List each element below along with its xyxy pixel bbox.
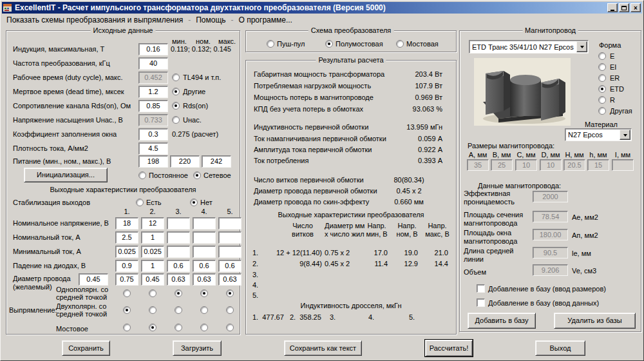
shape-etd-radio[interactable] bbox=[598, 85, 606, 93]
half-bridge-radio[interactable] bbox=[325, 40, 333, 48]
nom-voltage-input-2[interactable]: 12 bbox=[141, 217, 164, 229]
save-button[interactable]: Сохранить bbox=[62, 340, 110, 356]
tl494-radio-label[interactable]: TL494 и т.п. bbox=[183, 73, 221, 82]
rds-radio-label[interactable]: Rds(on) bbox=[183, 102, 208, 110]
rect-bipolar-radio-3[interactable] bbox=[175, 306, 182, 314]
bridge-radio-label[interactable]: Мостовая bbox=[406, 40, 439, 48]
supply-max-input[interactable]: 242 bbox=[202, 155, 231, 168]
rect-bipolar-radio-5[interactable] bbox=[226, 306, 234, 314]
rect-unipolar-radio-2[interactable] bbox=[149, 289, 156, 297]
min-current-input-2[interactable]: 0.025 bbox=[141, 246, 164, 258]
shape-ei-radio[interactable] bbox=[598, 63, 606, 71]
rect-unipolar-radio-4[interactable] bbox=[200, 289, 208, 297]
current-density-input[interactable]: 4.5 bbox=[138, 142, 168, 155]
init-button[interactable]: Инициализация... bbox=[24, 168, 108, 182]
nom-voltage-input-5[interactable] bbox=[218, 217, 242, 229]
minimize-button[interactable] bbox=[607, 3, 618, 12]
add-data-checkbox-label[interactable]: Добавление в базу (ввод данных) bbox=[488, 299, 599, 307]
material-select-dropdown-button[interactable] bbox=[620, 130, 630, 140]
deadtime-input[interactable]: 1.2 bbox=[138, 86, 168, 98]
nom-current-input-5[interactable] bbox=[218, 231, 242, 244]
rect-unipolar-radio-5[interactable] bbox=[226, 289, 234, 297]
fill-factor-input[interactable]: 0.3 bbox=[138, 128, 168, 141]
half-bridge-radio-label[interactable]: Полумостовая bbox=[336, 40, 383, 48]
frequency-input[interactable]: 40 bbox=[138, 57, 168, 70]
stab-yes-radio[interactable] bbox=[136, 199, 144, 206]
nom-current-input-4[interactable] bbox=[193, 231, 216, 244]
stab-no-radio[interactable] bbox=[190, 199, 198, 206]
rect-bipolar-radio-1[interactable] bbox=[123, 306, 131, 314]
wire-diameter-input-1[interactable]: 0.75 bbox=[115, 273, 138, 286]
nom-voltage-input-3[interactable] bbox=[167, 217, 190, 229]
diode-drop-input-1[interactable]: 0.9 bbox=[115, 260, 138, 272]
stab-yes-radio-label[interactable]: Есть bbox=[146, 199, 161, 207]
wire-diameter-input[interactable]: 0.45 bbox=[79, 273, 108, 286]
calculate-button[interactable]: Рассчитать! bbox=[425, 340, 473, 356]
load-button[interactable]: Загрузить bbox=[173, 340, 222, 356]
core-select[interactable]: ETD Транс 35/41/10 N27 Epcos bbox=[469, 40, 589, 54]
usat-radio-label[interactable]: Uнас. bbox=[183, 116, 202, 124]
menu-show-schemes[interactable]: Показать схемы преобразования и выпрямле… bbox=[6, 15, 183, 24]
shape-r-radio-label[interactable]: R bbox=[610, 96, 615, 104]
diode-drop-input-2[interactable]: 1 bbox=[141, 260, 164, 272]
wire-diameter-input-2[interactable]: 0.45 bbox=[141, 273, 164, 286]
rect-unipolar-radio-1[interactable] bbox=[123, 289, 131, 297]
bridge-radio[interactable] bbox=[396, 40, 404, 48]
diode-drop-input-5[interactable]: 0.6 bbox=[218, 260, 242, 272]
stab-no-radio-label[interactable]: Нет bbox=[200, 199, 213, 207]
dc-supply-radio[interactable] bbox=[138, 171, 146, 179]
shape-etd-radio-label[interactable]: ETD bbox=[610, 85, 624, 93]
push-pull-radio-label[interactable]: Пуш-пул bbox=[277, 40, 305, 48]
diode-drop-input-4[interactable]: 0.6 bbox=[193, 260, 216, 272]
rds-input[interactable]: 0.85 bbox=[138, 100, 168, 112]
ac-supply-radio-label[interactable]: Сетевое bbox=[204, 171, 231, 180]
add-sizes-checkbox-label[interactable]: Добавление в базу (ввод размеров) bbox=[488, 285, 606, 293]
rect-bridge-radio-5[interactable] bbox=[226, 324, 234, 331]
nom-voltage-input-1[interactable]: 18 bbox=[115, 217, 138, 229]
nom-voltage-input-4[interactable] bbox=[193, 217, 216, 229]
min-current-input-4[interactable] bbox=[193, 246, 216, 258]
induction-input[interactable]: 0.16 bbox=[138, 43, 168, 55]
diode-drop-input-3[interactable]: 0.6 bbox=[167, 260, 190, 272]
tl494-radio[interactable] bbox=[172, 73, 180, 81]
shape-er-radio-label[interactable]: ER bbox=[610, 74, 620, 83]
supply-min-input[interactable]: 198 bbox=[138, 155, 168, 168]
rect-bipolar-radio-2[interactable] bbox=[149, 306, 156, 314]
push-pull-radio[interactable] bbox=[267, 40, 274, 48]
rect-bridge-radio-1[interactable] bbox=[123, 324, 131, 331]
ac-supply-radio[interactable] bbox=[193, 171, 201, 179]
rect-bridge-radio-2[interactable] bbox=[149, 324, 156, 331]
nom-current-input-3[interactable] bbox=[167, 231, 190, 244]
add-sizes-checkbox[interactable] bbox=[477, 284, 485, 293]
rect-bridge-radio-4[interactable] bbox=[200, 324, 208, 331]
add-data-checkbox[interactable] bbox=[477, 298, 485, 307]
rect-unipolar-radio-3[interactable] bbox=[175, 289, 182, 297]
dc-supply-radio-label[interactable]: Постоянное bbox=[149, 171, 188, 180]
wire-diameter-input-4[interactable]: 0.63 bbox=[193, 273, 216, 286]
shape-er-radio[interactable] bbox=[598, 74, 606, 82]
wire-diameter-input-5[interactable]: 0.63 bbox=[218, 273, 242, 286]
save-as-text-button[interactable]: Сохранить как текст bbox=[284, 340, 362, 356]
nom-current-input-2[interactable]: 1 bbox=[141, 231, 164, 244]
rds-radio[interactable] bbox=[172, 102, 180, 110]
rect-bipolar-radio-4[interactable] bbox=[200, 306, 208, 314]
wire-diameter-input-3[interactable]: 0.63 bbox=[167, 273, 190, 286]
menu-about[interactable]: О программе... bbox=[239, 15, 292, 24]
close-button[interactable]: × bbox=[630, 3, 641, 12]
supply-nom-input[interactable]: 220 bbox=[170, 155, 200, 168]
maximize-button[interactable] bbox=[619, 3, 629, 12]
shape-r-radio[interactable] bbox=[598, 96, 606, 104]
shape-other-radio-label[interactable]: Другая bbox=[610, 107, 632, 115]
add-to-db-button[interactable]: Добавить в базу bbox=[468, 313, 536, 329]
usat-radio[interactable] bbox=[172, 116, 180, 124]
shape-ei-radio-label[interactable]: EI bbox=[610, 63, 616, 72]
nom-current-input-1[interactable]: 2.5 bbox=[115, 231, 138, 244]
exit-button[interactable]: Выход bbox=[535, 340, 585, 356]
material-select[interactable]: N27 Epcos bbox=[565, 128, 632, 141]
min-current-input-5[interactable] bbox=[218, 246, 242, 258]
shape-other-radio[interactable] bbox=[598, 107, 606, 115]
delete-from-db-button[interactable]: Удалить из базы bbox=[554, 313, 636, 329]
min-current-input-3[interactable] bbox=[167, 246, 190, 258]
other-radio-label[interactable]: Другие bbox=[183, 88, 205, 96]
shape-e-radio[interactable] bbox=[598, 52, 606, 60]
